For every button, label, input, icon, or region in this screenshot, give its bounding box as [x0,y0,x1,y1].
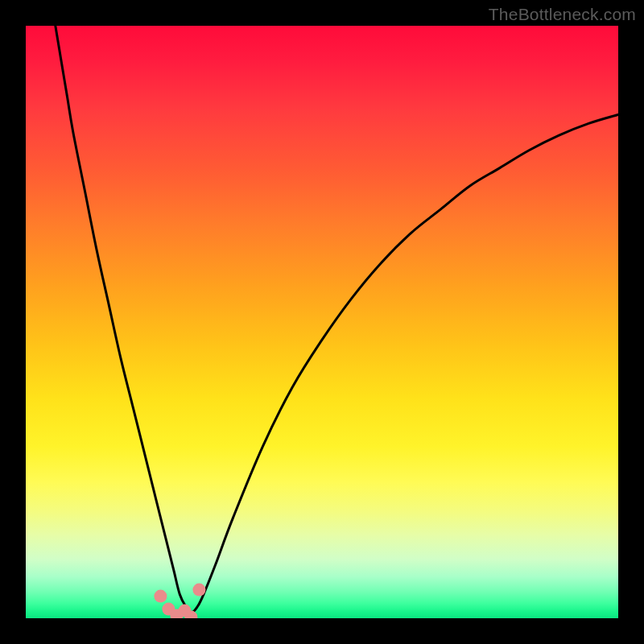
watermark-text: TheBottleneck.com [489,5,636,24]
plot-area [26,26,618,618]
bottleneck-curve [26,26,618,618]
minimum-marker [154,590,167,603]
minimum-marker [192,584,205,597]
curve-path [56,26,618,613]
chart-frame: TheBottleneck.com [0,0,644,644]
